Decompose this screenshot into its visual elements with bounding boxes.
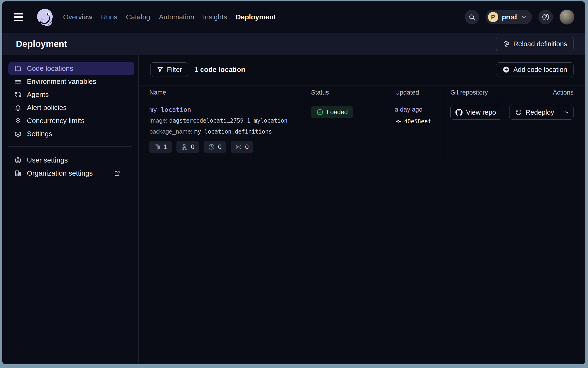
sidebar-item-organization-settings[interactable]: Organization settings xyxy=(9,167,134,180)
sensor-icon xyxy=(235,143,242,150)
assets-count-chip[interactable]: 1 xyxy=(149,141,172,153)
sidebar-item-settings[interactable]: Settings xyxy=(9,127,134,140)
user-avatar[interactable] xyxy=(560,9,574,25)
code-location-link[interactable]: my_location xyxy=(149,106,191,113)
sidebar-item-label: Agents xyxy=(27,91,49,99)
reload-definitions-label: Reload definitions xyxy=(513,40,567,48)
sidebar-item-user-settings[interactable]: User settings xyxy=(9,154,134,167)
building-icon xyxy=(14,170,22,177)
image-value: dagstercodelocati…2759-1-mylocation xyxy=(169,118,287,124)
redeploy-label: Redeploy xyxy=(525,109,554,116)
jobs-icon xyxy=(181,143,188,150)
code-locations-table: Name Status Updated Git repository Actio… xyxy=(139,85,585,160)
redeploy-split-button: Redeploy xyxy=(509,105,574,120)
dagster-logo-icon[interactable] xyxy=(35,7,55,27)
schedule-icon xyxy=(208,143,215,150)
column-header-status: Status xyxy=(305,85,389,100)
nav-deployment[interactable]: Deployment xyxy=(236,13,276,21)
sensors-count-chip[interactable]: 0 xyxy=(231,141,253,153)
add-code-location-button[interactable]: Add code location xyxy=(496,62,574,77)
layers-icon xyxy=(14,117,22,124)
sidebar-item-label: Concurrency limits xyxy=(27,117,85,125)
plus-circle-icon xyxy=(503,66,510,73)
column-header-updated: Updated xyxy=(389,85,444,100)
updated-link[interactable]: a day ago xyxy=(395,106,423,113)
package-line: package_name: my_location.definitions xyxy=(149,128,305,135)
schedules-count-chip[interactable]: 0 xyxy=(204,141,226,153)
help-button[interactable] xyxy=(539,10,553,24)
reload-definitions-icon xyxy=(503,40,510,48)
sidebar-item-label: Organization settings xyxy=(27,169,93,177)
column-header-name: Name xyxy=(139,85,305,100)
commit-hash[interactable]: 40e58eef xyxy=(404,118,431,125)
redeploy-icon xyxy=(515,109,522,116)
chevron-down-icon xyxy=(563,109,570,116)
menu-icon[interactable] xyxy=(14,13,23,21)
assets-count: 1 xyxy=(164,143,167,151)
code-location-count: 1 code location xyxy=(194,66,245,74)
nav-catalog[interactable]: Catalog xyxy=(126,13,150,21)
nav-runs[interactable]: Runs xyxy=(101,13,117,21)
package-value: my_location.definitions xyxy=(194,129,272,135)
status-badge: Loaded xyxy=(311,106,353,118)
add-code-location-label: Add code location xyxy=(513,66,567,74)
gear-icon xyxy=(14,130,22,138)
table-header-row: Name Status Updated Git repository Actio… xyxy=(139,85,585,100)
view-repo-button[interactable]: View repo xyxy=(450,105,500,120)
name-cell: my_location image: dagstercodelocati…275… xyxy=(139,100,305,160)
workspace-switcher[interactable]: P prod xyxy=(486,10,532,24)
jobs-count: 0 xyxy=(191,143,194,151)
sidebar-item-label: Settings xyxy=(27,130,52,138)
column-header-actions: Actions xyxy=(500,85,585,100)
nav-automation[interactable]: Automation xyxy=(159,13,194,21)
page-header: Deployment Reload definitions xyxy=(2,33,585,55)
sidebar-item-agents[interactable]: Agents xyxy=(9,88,134,101)
app-window: Overview Runs Catalog Automation Insight… xyxy=(2,1,585,364)
bell-icon xyxy=(14,104,22,111)
sync-icon xyxy=(14,91,22,98)
filter-button[interactable]: Filter xyxy=(150,62,188,77)
git-repository-cell: View repo xyxy=(444,100,500,160)
sidebar-item-label: Environment variables xyxy=(27,78,96,85)
redeploy-more-button[interactable] xyxy=(560,105,573,119)
top-navigation-bar: Overview Runs Catalog Automation Insight… xyxy=(2,1,585,33)
filter-label: Filter xyxy=(167,66,182,74)
sidebar-item-concurrency-limits[interactable]: Concurrency limits xyxy=(9,114,134,127)
schedules-count: 0 xyxy=(218,143,222,151)
user-circle-icon xyxy=(14,156,22,164)
sensors-count: 0 xyxy=(245,143,249,151)
sidebar-item-environment-variables[interactable]: Environment variables xyxy=(9,75,134,88)
sidebar-item-alert-policies[interactable]: Alert policies xyxy=(9,101,134,114)
code-locations-panel: Filter 1 code location Add code location… xyxy=(139,55,585,364)
main-nav: Overview Runs Catalog Automation Insight… xyxy=(63,13,276,21)
toolbar: Filter 1 code location Add code location xyxy=(139,55,585,77)
nav-overview[interactable]: Overview xyxy=(63,13,92,21)
github-icon xyxy=(455,109,463,116)
jobs-count-chip[interactable]: 0 xyxy=(176,141,199,153)
definition-count-chips: 1 0 xyxy=(149,141,305,153)
commit-row: 40e58eef xyxy=(395,118,444,125)
status-cell: Loaded xyxy=(305,100,389,160)
nav-insights[interactable]: Insights xyxy=(203,13,227,21)
help-icon xyxy=(541,13,550,21)
chevron-down-icon xyxy=(521,14,527,20)
sidebar-item-code-locations[interactable]: Code locations xyxy=(9,62,134,75)
column-header-git-repository: Git repository xyxy=(444,85,500,100)
search-button[interactable] xyxy=(465,10,479,24)
workspace-name: prod xyxy=(502,13,517,21)
table-row: my_location image: dagstercodelocati…275… xyxy=(139,100,585,160)
package-label: package_name: xyxy=(149,128,193,135)
folder-icon xyxy=(14,65,22,72)
redeploy-button[interactable]: Redeploy xyxy=(510,105,560,119)
workspace-avatar: P xyxy=(488,12,498,22)
image-label: image: xyxy=(149,117,168,124)
reload-definitions-button[interactable]: Reload definitions xyxy=(496,37,574,51)
sidebar-item-label: User settings xyxy=(27,156,68,164)
assets-icon xyxy=(154,143,161,150)
env-vars-icon xyxy=(14,78,22,85)
topbar-right-cluster: P prod xyxy=(465,9,574,25)
image-line: image: dagstercodelocati…2759-1-mylocati… xyxy=(149,117,305,124)
actions-cell: Redeploy xyxy=(500,100,585,160)
status-text: Loaded xyxy=(327,109,348,116)
updated-cell: a day ago 40e58eef xyxy=(389,100,444,160)
